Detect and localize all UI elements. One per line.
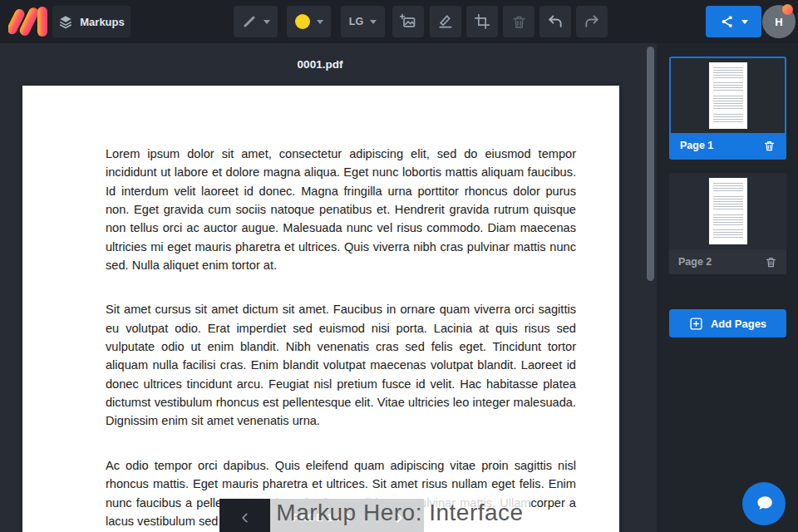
mini-page-image — [709, 62, 747, 129]
crop-button[interactable] — [466, 6, 498, 37]
add-pages-button[interactable]: Add Pages — [669, 309, 786, 337]
page-thumbnail-preview — [669, 173, 786, 249]
markup-hero-logo[interactable] — [8, 6, 50, 37]
chat-widget-button[interactable] — [742, 482, 786, 525]
paragraph: Sit amet cursus sit amet dictum sit amet… — [106, 300, 576, 430]
page-thumbnail-footer: Page 2 — [669, 249, 786, 274]
avatar-initial: H — [775, 16, 782, 28]
chevron-down-icon — [317, 20, 323, 24]
trash-icon — [511, 14, 527, 30]
size-selector-value: LG — [349, 16, 363, 27]
delete-page-button[interactable] — [763, 140, 776, 152]
document-viewer: 0001.pdf Lorem ipsum dolor sit amet, con… — [0, 43, 657, 532]
paragraph: Lorem ipsum dolor sit amet, consectetur … — [106, 145, 576, 274]
page-thumbnail-2[interactable]: Page 2 — [669, 173, 786, 276]
mini-page-image — [709, 178, 747, 244]
redo-icon — [584, 13, 600, 30]
size-selector-button[interactable]: LG — [341, 6, 385, 37]
chevron-left-icon — [239, 512, 251, 524]
previous-page-button[interactable] — [219, 499, 270, 532]
pages-sidebar: Page 1 Page 2 — [657, 43, 798, 532]
chevron-down-icon — [264, 20, 270, 24]
app-window: Markups LG — [0, 0, 798, 532]
signature-button[interactable] — [430, 6, 461, 37]
layers-icon — [58, 14, 73, 29]
page-thumbnail-1[interactable]: Page 1 — [669, 57, 786, 160]
toolbar: Markups LG — [0, 0, 798, 43]
share-icon — [720, 14, 735, 29]
crop-icon — [474, 13, 490, 30]
plus-square-icon — [689, 317, 703, 331]
notification-dot — [782, 4, 793, 15]
delete-page-button[interactable] — [765, 256, 777, 268]
pen-icon — [242, 14, 257, 29]
share-button[interactable] — [706, 6, 761, 37]
pdf-page-text: Lorem ipsum dolor sit amet, consectetur … — [22, 86, 619, 530]
chevron-down-icon — [370, 20, 377, 24]
undo-button[interactable] — [539, 6, 571, 37]
draw-tool-button[interactable] — [234, 6, 278, 37]
trash-icon — [763, 140, 776, 152]
page-thumbnail-preview — [671, 58, 785, 133]
page-thumbnail-footer: Page 1 — [671, 133, 785, 158]
viewer-scrollbar[interactable] — [647, 47, 654, 281]
add-image-icon — [400, 13, 416, 30]
add-image-button[interactable] — [392, 6, 424, 37]
chat-bubble-icon — [753, 493, 775, 515]
redo-button[interactable] — [576, 6, 608, 37]
undo-icon — [547, 13, 564, 30]
markups-button-label: Markups — [80, 16, 124, 28]
trash-icon — [765, 256, 777, 268]
add-pages-label: Add Pages — [711, 318, 766, 330]
color-swatch — [295, 14, 310, 29]
chevron-down-icon — [741, 20, 748, 24]
signature-icon — [437, 13, 454, 30]
delete-button[interactable] — [503, 6, 534, 37]
page-thumbnail-label: Page 1 — [680, 140, 713, 151]
color-picker-button[interactable] — [287, 6, 331, 37]
page-thumbnail-label: Page 2 — [678, 256, 712, 268]
markups-button[interactable]: Markups — [52, 6, 131, 37]
caption-overlay: Markup Hero: Interface — [270, 497, 530, 532]
pdf-page: Lorem ipsum dolor sit amet, consectetur … — [22, 86, 619, 532]
caption-text: Markup Hero: Interface — [276, 497, 523, 529]
document-title: 0001.pdf — [0, 58, 640, 71]
